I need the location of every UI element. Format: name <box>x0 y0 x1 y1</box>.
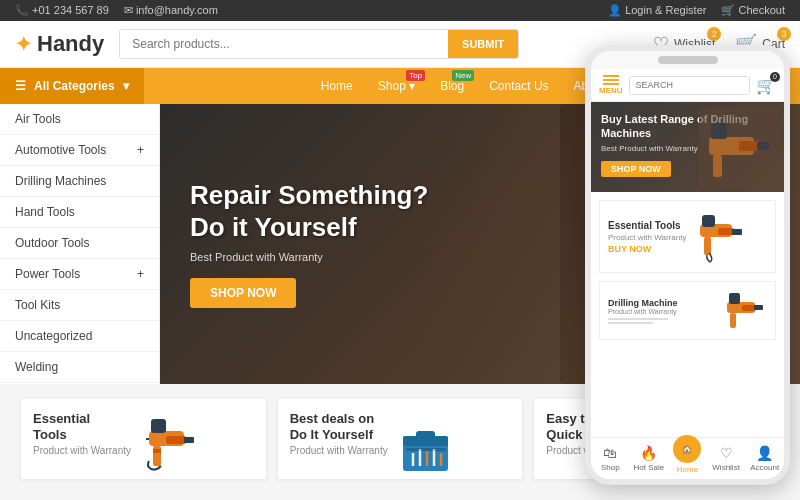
home-icon-circle: 🏠 <box>673 435 701 463</box>
svg-rect-33 <box>757 142 769 150</box>
nav-link-shop[interactable]: Shop ▾Top <box>368 68 425 104</box>
search-bar: SUBMIT <box>119 29 519 59</box>
sidebar-label: Drilling Machines <box>15 174 106 188</box>
search-input[interactable] <box>120 30 448 58</box>
mobile-nav: MENU 🔍 🛒 0 <box>591 69 784 102</box>
sidebar-label: Uncategorized <box>15 329 92 343</box>
mobile-product-text: Essential Tools Product with Warranty BU… <box>608 220 686 254</box>
svg-rect-37 <box>718 228 734 235</box>
logo-text: Handy <box>37 31 104 57</box>
menu-icon: ☰ <box>15 79 26 93</box>
sidebar-item-drilling-machines[interactable]: Drilling Machines <box>0 166 159 197</box>
all-categories-menu[interactable]: ☰ All Categories ▾ <box>0 68 144 104</box>
mobile-product-title: Essential Tools <box>608 220 686 231</box>
mobile-nav-shop[interactable]: 🛍 Shop <box>591 438 630 479</box>
sidebar-label: Hand Tools <box>15 205 75 219</box>
mobile-hero-shop-button[interactable]: SHOP NOW <box>601 161 671 177</box>
svg-rect-23 <box>406 448 446 451</box>
sidebar-item-power-tools[interactable]: Power Tools + <box>0 259 159 290</box>
email-info: ✉ info@handy.com <box>124 4 218 17</box>
svg-rect-44 <box>729 293 740 304</box>
nav-link-contact[interactable]: Contact Us <box>479 68 558 104</box>
sidebar-label: Automotive Tools <box>15 143 106 157</box>
logo-icon: ✦ <box>15 32 32 56</box>
svg-rect-10 <box>184 437 194 443</box>
mobile-nav-hotsale[interactable]: 🔥 Hot Sale <box>630 438 669 479</box>
product-image-2 <box>398 411 453 479</box>
mobile-p2-title: Drilling Machine <box>608 298 716 308</box>
mobile-nav-home-label: Home <box>677 465 698 474</box>
svg-rect-39 <box>702 215 715 227</box>
mobile-nav-hotsale-label: Hot Sale <box>634 463 665 472</box>
search-submit-button[interactable]: SUBMIT <box>448 30 518 58</box>
top-bar: 📞 +01 234 567 89 ✉ info@handy.com 👤 Logi… <box>0 0 800 21</box>
shop-tag: Top <box>406 70 425 81</box>
mobile-nav-wishlist[interactable]: ♡ Wishlist <box>707 438 746 479</box>
svg-rect-9 <box>166 436 186 444</box>
mobile-nav-account[interactable]: 👤 Account <box>745 438 784 479</box>
mobile-p2-line2 <box>608 322 653 324</box>
mobile-buy-now-button[interactable]: BUY NOW <box>608 244 651 254</box>
sidebar-item-welding[interactable]: Welding <box>0 352 159 383</box>
sidebar-item-air-tools[interactable]: Air Tools <box>0 104 159 135</box>
sidebar-item-automotive-tools[interactable]: Automotive Tools + <box>0 135 159 166</box>
mobile-menu-trigger[interactable]: MENU <box>599 75 623 95</box>
sidebar-item-hand-tools[interactable]: Hand Tools <box>0 197 159 228</box>
svg-rect-42 <box>742 305 756 311</box>
mobile-hero-banner: Buy Latest Range of Drilling Machines Be… <box>591 102 784 192</box>
mobile-product-text-2: Drilling Machine Product with Warranty <box>608 298 716 324</box>
nav-link-home[interactable]: Home <box>311 68 363 104</box>
svg-rect-35 <box>713 155 722 177</box>
svg-rect-11 <box>151 419 166 433</box>
home-icon: 🏠 <box>682 445 692 454</box>
mobile-nav-home[interactable]: 🏠 Home <box>668 438 707 479</box>
mobile-search-input[interactable] <box>630 77 750 94</box>
expand-icon: + <box>137 143 144 157</box>
mobile-notch <box>658 56 718 64</box>
mobile-preview: MENU 🔍 🛒 0 Buy Latest Range of Drilling … <box>585 45 790 485</box>
mobile-product-subtitle: Product with Warranty <box>608 233 686 242</box>
hotsale-icon: 🔥 <box>640 445 657 461</box>
blog-tag: New <box>452 70 474 81</box>
product-subtitle-1: Product with Warranty <box>33 445 131 456</box>
top-bar-left: 📞 +01 234 567 89 ✉ info@handy.com <box>15 4 218 17</box>
svg-rect-38 <box>732 229 742 235</box>
product-title-2: Best deals onDo It Yourself <box>290 411 388 442</box>
mobile-status-bar <box>591 51 784 69</box>
account-icon: 👤 <box>756 445 773 461</box>
svg-rect-17 <box>416 431 435 439</box>
svg-rect-34 <box>711 123 727 139</box>
wishlist-badge: 2 <box>707 27 721 41</box>
logo[interactable]: ✦ Handy <box>15 31 104 57</box>
mobile-product-image <box>694 209 744 264</box>
sidebar-item-tool-kits[interactable]: Tool Kits <box>0 290 159 321</box>
product-title-1: EssentialTools <box>33 411 131 442</box>
mobile-product-image-2 <box>722 288 767 333</box>
product-image-1 <box>141 411 196 479</box>
mobile-hero-image <box>699 107 779 187</box>
mobile-product-card: Essential Tools Product with Warranty BU… <box>599 200 776 273</box>
mobile-cart-button[interactable]: 🛒 0 <box>756 76 776 95</box>
hero-shop-now-button[interactable]: SHOP NOW <box>190 278 296 308</box>
svg-rect-13 <box>153 449 161 453</box>
cart-badge: 3 <box>777 27 791 41</box>
sidebar-label: Outdoor Tools <box>15 236 90 250</box>
shop-icon: 🛍 <box>603 445 617 461</box>
login-register-link[interactable]: 👤 Login & Register <box>608 4 706 17</box>
product-subtitle-2: Product with Warranty <box>290 445 388 456</box>
hero-subtitle: Best Product with Warranty <box>190 251 428 263</box>
top-bar-right: 👤 Login & Register 🛒 Checkout <box>608 4 785 17</box>
svg-rect-40 <box>704 237 711 255</box>
nav-link-blog[interactable]: BlogNew <box>430 68 474 104</box>
sidebar: Air Tools Automotive Tools + Drilling Ma… <box>0 104 160 384</box>
checkout-link[interactable]: 🛒 Checkout <box>721 4 785 17</box>
product-text-2: Best deals onDo It Yourself Product with… <box>290 411 388 459</box>
product-card-1: EssentialTools Product with Warranty BUY… <box>21 399 266 479</box>
mobile-p2-line <box>608 318 668 320</box>
sidebar-item-uncategorized[interactable]: Uncategorized <box>0 321 159 352</box>
sidebar-label: Power Tools <box>15 267 80 281</box>
all-categories-label: All Categories <box>34 79 115 93</box>
sidebar-item-outdoor-tools[interactable]: Outdoor Tools <box>0 228 159 259</box>
mobile-nav-shop-label: Shop <box>601 463 620 472</box>
mobile-bottom-nav: 🛍 Shop 🔥 Hot Sale 🏠 Home ♡ Wishlist 👤 Ac… <box>591 437 784 479</box>
